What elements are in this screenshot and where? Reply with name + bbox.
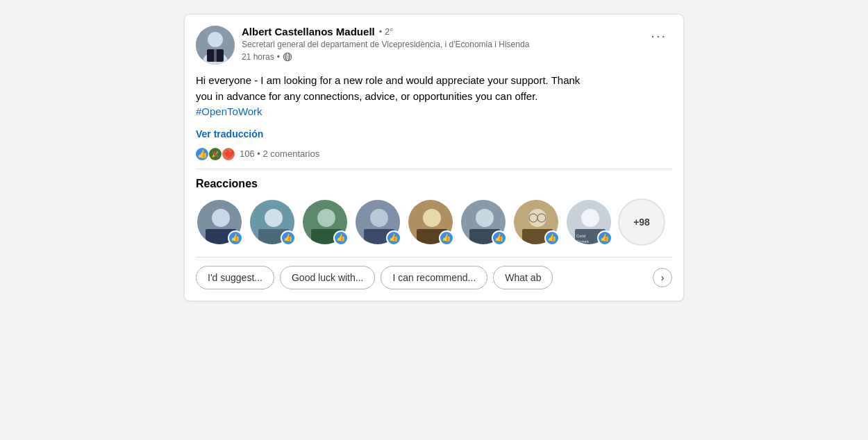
author-title: Secretari general del departament de Vic… <box>242 39 529 51</box>
time-separator: • <box>277 52 280 62</box>
post-header-left: Albert Castellanos Maduell • 2° Secretar… <box>196 26 529 65</box>
author-name-row: Albert Castellanos Maduell • 2° <box>242 26 529 37</box>
post-text-line1: Hi everyone - I am looking for a new rol… <box>196 74 580 86</box>
reactor-like-badge-7: 👍 <box>544 230 560 246</box>
reactor-avatar-7[interactable]: 👍 <box>512 198 560 246</box>
degree-badge: • 2° <box>379 26 394 37</box>
love-reaction-icon: ❤️ <box>222 148 235 160</box>
reacciones-title: Reacciones <box>196 178 672 190</box>
reactions-count: 106 • 2 comentarios <box>240 149 319 159</box>
more-reactors-button[interactable]: +98 <box>618 198 665 246</box>
avatar[interactable] <box>196 26 235 65</box>
svg-point-44 <box>581 209 599 227</box>
reactor-like-badge-8: 👍 <box>597 230 612 246</box>
svg-point-25 <box>370 209 388 227</box>
svg-point-13 <box>212 209 230 227</box>
svg-point-29 <box>423 209 441 227</box>
reactor-avatar-2[interactable]: 👍 <box>249 198 296 246</box>
svg-text:Comm: Comm <box>576 239 589 244</box>
svg-point-17 <box>265 209 283 227</box>
reactor-avatar-6[interactable]: 👍 <box>460 198 507 246</box>
svg-rect-4 <box>214 49 217 62</box>
svg-text:🎉: 🎉 <box>212 151 219 158</box>
svg-text:Cord: Cord <box>576 234 585 238</box>
reactor-avatar-3[interactable]: 👍 <box>301 198 349 246</box>
quick-replies-chevron[interactable]: › <box>653 268 672 287</box>
more-options-button[interactable]: ··· <box>645 26 672 45</box>
post-meta: 21 horas • <box>242 52 529 62</box>
reactor-like-badge-3: 👍 <box>333 230 349 246</box>
divider <box>196 257 672 257</box>
quick-replies: I'd suggest... Good luck with... I can r… <box>196 266 672 289</box>
reactor-avatar-8[interactable]: Cord Comm 👍 <box>565 198 612 246</box>
quick-reply-btn-3[interactable]: I can recommend... <box>381 266 487 289</box>
post-content: Hi everyone - I am looking for a new rol… <box>196 73 672 120</box>
quick-reply-btn-2[interactable]: Good luck with... <box>280 266 376 289</box>
globe-icon <box>283 52 292 62</box>
translate-link[interactable]: Ver traducción <box>196 128 672 139</box>
reactor-avatar-4[interactable]: 👍 <box>354 198 401 246</box>
post-text-line2: you in advance for any connections, advi… <box>196 90 538 102</box>
reactor-like-badge-4: 👍 <box>386 230 401 246</box>
like-reaction-icon: 👍 <box>196 148 208 160</box>
reactor-like-badge-1: 👍 <box>228 230 243 246</box>
svg-point-21 <box>317 209 335 227</box>
reactor-avatar-1[interactable]: 👍 <box>196 198 243 246</box>
reactions-summary: 👍 🎉 ❤️ 106 • 2 comentarios <box>196 148 672 169</box>
reaction-icons: 👍 🎉 ❤️ <box>196 148 235 160</box>
author-name[interactable]: Albert Castellanos Maduell <box>242 26 375 37</box>
hashtag[interactable]: #OpenToWork <box>196 105 262 117</box>
reactor-avatar-5[interactable]: 👍 <box>407 198 454 246</box>
reactor-like-badge-6: 👍 <box>492 230 507 246</box>
post-card: Albert Castellanos Maduell • 2° Secretar… <box>184 14 684 301</box>
quick-reply-btn-1[interactable]: I'd suggest... <box>196 266 274 289</box>
reactor-like-badge-5: 👍 <box>439 230 454 246</box>
svg-point-33 <box>476 209 494 227</box>
quick-reply-btn-4[interactable]: What ab <box>493 266 553 289</box>
reacciones-section: Reacciones 👍 <box>196 178 672 246</box>
reactor-like-badge-2: 👍 <box>281 230 296 246</box>
svg-point-1 <box>208 32 223 47</box>
celebrate-reaction-icon: 🎉 <box>209 148 222 160</box>
author-info: Albert Castellanos Maduell • 2° Secretar… <box>242 26 529 62</box>
post-time: 21 horas <box>242 52 274 62</box>
post-header: Albert Castellanos Maduell • 2° Secretar… <box>196 26 672 65</box>
reactors-avatars-row: 👍 👍 <box>196 198 672 246</box>
